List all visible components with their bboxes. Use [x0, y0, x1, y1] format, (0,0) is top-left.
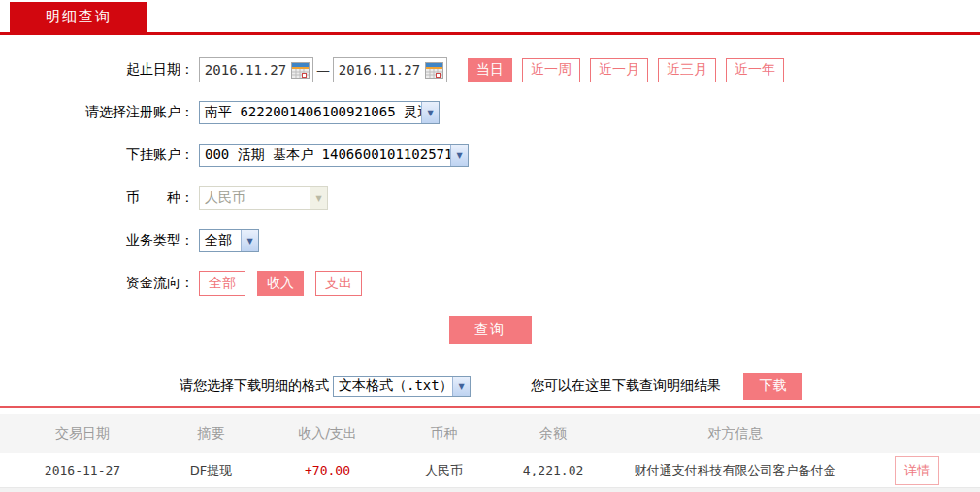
currency-select: 人民币 ▼	[199, 186, 328, 210]
start-date-input[interactable]: 2016.11.27	[199, 57, 313, 82]
table-row: 2016-11-27 DF提现 +70.00 人民币 4,221.02 财付通支…	[0, 453, 980, 488]
start-date-value: 2016.11.27	[200, 62, 291, 78]
tab-bar: 明细查询	[0, 0, 980, 35]
date-separator: —	[316, 62, 330, 78]
quick-range-today-button[interactable]: 当日	[468, 58, 512, 82]
cell-counterparty: 财付通支付科技有限公司客户备付金	[616, 462, 854, 479]
calendar-icon[interactable]	[425, 62, 443, 79]
end-date-input[interactable]: 2016.11.27	[333, 57, 447, 82]
bottom-strip	[0, 488, 980, 492]
business-type-select[interactable]: 全部 ▼	[199, 229, 259, 252]
register-account-select[interactable]: 南平 6222001406100921065 灵通卡 ▼	[199, 101, 440, 124]
currency-value: 人民币	[200, 189, 310, 207]
sub-account-label: 下挂账户：	[0, 147, 199, 164]
business-type-value: 全部	[200, 232, 241, 249]
header-balance: 余额	[490, 425, 616, 443]
quick-range-month-button[interactable]: 近一月	[590, 58, 648, 82]
table-top-divider	[0, 406, 980, 408]
cell-amount: +70.00	[257, 463, 398, 477]
header-counterparty: 对方信息	[616, 425, 854, 443]
download-format-value: 文本格式（.txt）	[334, 377, 452, 395]
register-account-label: 请选择注册账户：	[0, 104, 199, 121]
header-summary: 摘要	[165, 425, 257, 443]
quick-range-week-button[interactable]: 近一周	[522, 58, 580, 82]
download-button[interactable]: 下载	[743, 373, 802, 400]
tab-label: 明细查询	[46, 8, 112, 26]
download-row: 请您选择下载明细的格式 文本格式（.txt） ▼ 您可以在这里下载查询明细结果 …	[0, 373, 980, 400]
register-account-row: 请选择注册账户： 南平 6222001406100921065 灵通卡 ▼	[0, 91, 980, 134]
quick-range-3months-button[interactable]: 近三月	[658, 58, 716, 82]
fund-flow-all-button[interactable]: 全部	[199, 271, 245, 296]
cell-transaction-date: 2016-11-27	[0, 463, 165, 477]
query-button[interactable]: 查询	[449, 316, 532, 344]
sub-account-select[interactable]: 000 活期 基本户 1406600101102571848 ▼	[199, 144, 469, 167]
cell-balance: 4,221.02	[490, 463, 616, 477]
query-button-row: 查询	[0, 316, 980, 344]
download-hint: 您可以在这里下载查询明细结果	[531, 377, 721, 395]
detail-button[interactable]: 详情	[895, 456, 939, 485]
fund-flow-label: 资金流向：	[0, 275, 199, 292]
download-format-label: 请您选择下载明细的格式	[180, 377, 329, 395]
chevron-down-icon: ▼	[452, 377, 470, 396]
register-account-value: 南平 6222001406100921065 灵通卡	[200, 104, 421, 121]
fund-flow-row: 资金流向： 全部 收入 支出	[0, 262, 980, 305]
header-income-expense: 收入/支出	[257, 425, 398, 443]
chevron-down-icon: ▼	[310, 187, 327, 209]
calendar-icon[interactable]	[291, 62, 310, 79]
chevron-down-icon: ▼	[241, 230, 258, 251]
chevron-down-icon: ▼	[450, 145, 468, 166]
end-date-value: 2016.11.27	[334, 62, 425, 78]
date-range-label: 起止日期：	[0, 61, 199, 79]
query-form: 起止日期： 2016.11.27 — 2016.11.27	[0, 35, 980, 400]
table-header-row: 交易日期 摘要 收入/支出 币种 余额 对方信息	[0, 414, 980, 453]
currency-row: 币 种： 人民币 ▼	[0, 177, 980, 219]
download-format-select[interactable]: 文本格式（.txt） ▼	[333, 376, 471, 397]
fund-flow-expense-button[interactable]: 支出	[315, 271, 362, 296]
currency-label: 币 种：	[0, 189, 199, 207]
chevron-down-icon: ▼	[421, 102, 439, 123]
date-range-row: 起止日期： 2016.11.27 — 2016.11.27	[0, 49, 980, 91]
business-type-row: 业务类型： 全部 ▼	[0, 219, 980, 262]
tab-detail-query[interactable]: 明细查询	[10, 2, 147, 32]
cell-summary: DF提现	[165, 462, 257, 479]
cell-currency: 人民币	[398, 462, 490, 479]
business-type-label: 业务类型：	[0, 232, 199, 249]
fund-flow-income-button[interactable]: 收入	[257, 271, 304, 296]
sub-account-row: 下挂账户： 000 活期 基本户 1406600101102571848 ▼	[0, 134, 980, 177]
header-transaction-date: 交易日期	[0, 425, 165, 443]
quick-range-year-button[interactable]: 近一年	[726, 58, 784, 82]
sub-account-value: 000 活期 基本户 1406600101102571848	[200, 147, 450, 164]
header-currency: 币种	[398, 425, 490, 443]
